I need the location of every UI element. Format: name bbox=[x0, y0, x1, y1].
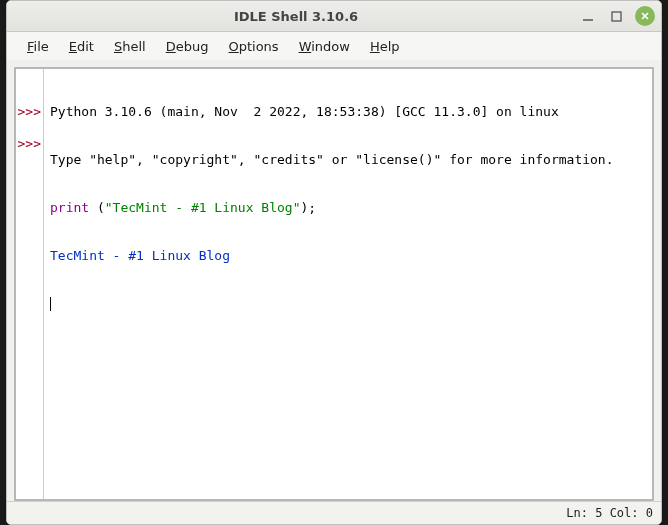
cursor-position: Ln: 5 Col: 0 bbox=[566, 506, 653, 520]
code-area[interactable]: Python 3.10.6 (main, Nov 2 2022, 18:53:3… bbox=[44, 69, 652, 499]
menu-edit[interactable]: Edit bbox=[59, 36, 104, 57]
idle-window: IDLE Shell 3.10.6 File Edit Shell Debug … bbox=[6, 0, 662, 525]
window-title: IDLE Shell 3.10.6 bbox=[13, 9, 579, 24]
minimize-button[interactable] bbox=[579, 7, 597, 25]
menu-help[interactable]: Help bbox=[360, 36, 410, 57]
banner-line: Python 3.10.6 (main, Nov 2 2022, 18:53:3… bbox=[50, 104, 652, 120]
output-line: TecMint - #1 Linux Blog bbox=[50, 248, 652, 264]
prompt-symbol: >>> bbox=[16, 104, 41, 120]
menu-options[interactable]: Options bbox=[218, 36, 288, 57]
titlebar: IDLE Shell 3.10.6 bbox=[7, 1, 661, 32]
menu-debug[interactable]: Debug bbox=[156, 36, 219, 57]
current-line[interactable] bbox=[50, 296, 652, 312]
menu-file[interactable]: File bbox=[17, 36, 59, 57]
close-button[interactable] bbox=[635, 6, 655, 26]
prompt-gutter: >>> >>> bbox=[16, 69, 44, 499]
menu-shell[interactable]: Shell bbox=[104, 36, 156, 57]
text-cursor bbox=[50, 297, 51, 311]
editor-area: >>> >>> Python 3.10.6 (main, Nov 2 2022,… bbox=[7, 60, 661, 501]
menu-window[interactable]: Window bbox=[289, 36, 360, 57]
menubar: File Edit Shell Debug Options Window Hel… bbox=[7, 32, 661, 60]
window-controls bbox=[579, 6, 655, 26]
banner-line: Type "help", "copyright", "credits" or "… bbox=[50, 152, 652, 168]
maximize-button[interactable] bbox=[607, 7, 625, 25]
prompt-symbol: >>> bbox=[16, 136, 41, 152]
input-line: print ("TecMint - #1 Linux Blog"); bbox=[50, 200, 652, 216]
shell-editor[interactable]: >>> >>> Python 3.10.6 (main, Nov 2 2022,… bbox=[14, 67, 654, 501]
statusbar: Ln: 5 Col: 0 bbox=[7, 501, 661, 524]
svg-rect-1 bbox=[612, 12, 621, 21]
